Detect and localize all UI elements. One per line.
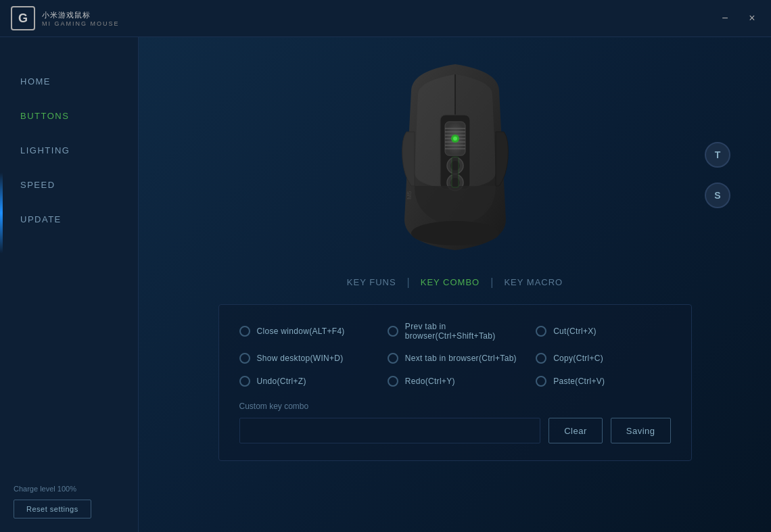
radio-cut[interactable] xyxy=(536,326,546,337)
label-copy: Copy(Ctrl+C) xyxy=(553,354,603,363)
svg-point-16 xyxy=(411,221,499,245)
svg-point-11 xyxy=(453,137,457,141)
saving-button[interactable]: Saving xyxy=(611,418,671,443)
reset-settings-button[interactable]: Reset settings xyxy=(14,500,91,518)
title-bar: G 小米游戏鼠标 MI GAMING MOUSE − × xyxy=(0,0,771,37)
tabs-bar: KEY FUNS | KEY COMBO | KEY MACRO xyxy=(340,274,569,291)
radio-next-tab[interactable] xyxy=(388,353,398,364)
tab-key-funs[interactable]: KEY FUNS xyxy=(340,274,403,291)
close-button[interactable]: × xyxy=(744,10,760,26)
custom-combo-row: Clear Saving xyxy=(239,418,671,443)
svg-rect-18 xyxy=(452,157,459,187)
option-paste[interactable]: Paste(Ctrl+V) xyxy=(536,376,670,387)
side-button-t[interactable]: T xyxy=(705,142,730,168)
mouse-area: M5 T S xyxy=(139,44,771,267)
tab-sep-1: | xyxy=(407,276,410,289)
title-sub: MI GAMING MOUSE xyxy=(42,20,120,27)
option-next-tab[interactable]: Next tab in browser(Ctrl+Tab) xyxy=(388,353,522,364)
title-bar-left: G 小米游戏鼠标 MI GAMING MOUSE xyxy=(11,6,120,30)
option-cut[interactable]: Cut(Ctrl+X) xyxy=(536,322,670,341)
sidebar: HOME BUTTONS LIGHTING SPEED UPDATE Charg… xyxy=(0,37,139,532)
radio-undo[interactable] xyxy=(239,376,250,387)
app-logo: G xyxy=(11,6,35,30)
radio-show-desktop[interactable] xyxy=(239,353,250,364)
option-redo[interactable]: Redo(Ctrl+Y) xyxy=(388,376,522,387)
sidebar-item-buttons[interactable]: BUTTONS xyxy=(0,99,138,133)
option-close-window[interactable]: Close window(ALT+F4) xyxy=(239,322,374,341)
option-show-desktop[interactable]: Show desktop(WIN+D) xyxy=(239,353,374,364)
label-next-tab: Next tab in browser(Ctrl+Tab) xyxy=(405,354,517,363)
sidebar-item-home[interactable]: HOME xyxy=(0,64,138,99)
tab-key-combo[interactable]: KEY COMBO xyxy=(414,274,487,291)
svg-text:M5: M5 xyxy=(406,191,413,199)
custom-combo-input[interactable] xyxy=(239,418,541,443)
window-controls: − × xyxy=(717,10,760,26)
custom-combo-section: Custom key combo Clear Saving xyxy=(239,402,671,443)
sidebar-bottom: Charge level 100% Reset settings xyxy=(0,471,138,532)
options-grid: Close window(ALT+F4) Prev tab in browser… xyxy=(239,322,671,387)
main-content: M5 T S KEY FUNS | KEY COMBO | KEY MACRO … xyxy=(139,37,771,532)
label-close-window: Close window(ALT+F4) xyxy=(257,327,345,336)
radio-copy[interactable] xyxy=(536,353,546,364)
charge-level: Charge level 100% xyxy=(14,485,124,493)
option-copy[interactable]: Copy(Ctrl+C) xyxy=(536,353,670,364)
label-paste: Paste(Ctrl+V) xyxy=(553,377,605,386)
title-main: 小米游戏鼠标 xyxy=(42,10,120,20)
radio-prev-tab[interactable] xyxy=(388,326,398,337)
title-text: 小米游戏鼠标 MI GAMING MOUSE xyxy=(42,10,120,27)
sidebar-accent xyxy=(0,172,3,253)
sidebar-item-lighting[interactable]: LIGHTING xyxy=(0,133,138,168)
option-undo[interactable]: Undo(Ctrl+Z) xyxy=(239,376,374,387)
side-button-s[interactable]: S xyxy=(705,183,730,208)
mouse-image: M5 xyxy=(360,51,550,260)
minimize-button[interactable]: − xyxy=(717,10,733,26)
label-prev-tab: Prev tab in browser(Ctrl+Shift+Tab) xyxy=(405,322,522,341)
radio-redo[interactable] xyxy=(388,376,398,387)
label-cut: Cut(Ctrl+X) xyxy=(553,327,597,336)
option-prev-tab[interactable]: Prev tab in browser(Ctrl+Shift+Tab) xyxy=(388,322,522,341)
custom-combo-label: Custom key combo xyxy=(239,402,671,411)
sidebar-item-update[interactable]: UPDATE xyxy=(0,202,138,237)
options-panel: Close window(ALT+F4) Prev tab in browser… xyxy=(218,304,692,461)
label-redo: Redo(Ctrl+Y) xyxy=(405,377,455,386)
clear-button[interactable]: Clear xyxy=(548,418,603,443)
label-undo: Undo(Ctrl+Z) xyxy=(257,377,306,386)
radio-close-window[interactable] xyxy=(239,326,250,337)
tab-sep-2: | xyxy=(490,276,493,289)
sidebar-item-speed[interactable]: SPEED xyxy=(0,168,138,202)
tab-key-macro[interactable]: KEY MACRO xyxy=(497,274,569,291)
label-show-desktop: Show desktop(WIN+D) xyxy=(257,354,344,363)
radio-paste[interactable] xyxy=(536,376,546,387)
